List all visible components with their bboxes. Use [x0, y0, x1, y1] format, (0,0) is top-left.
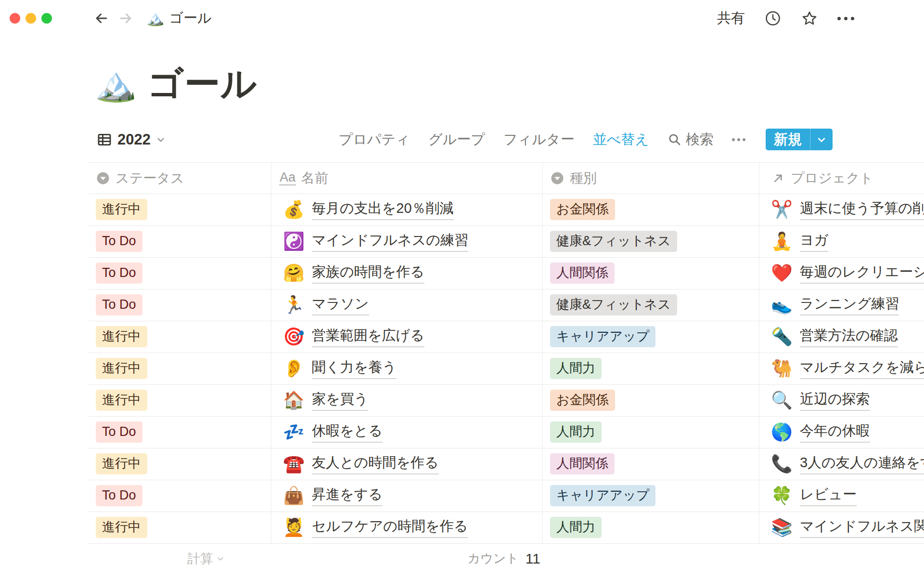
name-cell[interactable]: 🎯 営業範囲を広げる — [271, 321, 542, 353]
status-cell[interactable]: To Do — [89, 417, 271, 448]
updates-clock-icon[interactable] — [764, 10, 782, 27]
project-cell[interactable]: ❤️ 毎週のレクリエーション — [759, 258, 924, 289]
column-header-status[interactable]: ステータス — [89, 163, 271, 194]
more-options-icon[interactable] — [837, 17, 854, 20]
type-cell[interactable]: キャリアアップ — [542, 480, 759, 512]
status-cell[interactable]: 進行中 — [89, 353, 271, 384]
status-badge[interactable]: 進行中 — [96, 390, 147, 411]
share-button[interactable]: 共有 — [717, 9, 745, 28]
column-header-type[interactable]: 種別 — [542, 163, 759, 194]
table-row[interactable]: To Do 🤗 家族の時間を作る 人間関係 ❤️ 毎週のレクリエーション — [89, 258, 924, 289]
new-entry-chevron-icon[interactable] — [810, 129, 833, 150]
type-badge[interactable]: 健康&フィットネス — [550, 294, 677, 315]
table-row[interactable]: 進行中 🏠 家を買う お金関係 🔍 近辺の探索 — [89, 385, 924, 417]
name-cell[interactable]: 👜 昇進をする — [271, 480, 542, 512]
type-badge[interactable]: 人間力 — [550, 358, 602, 379]
project-page-link[interactable]: マルチタスクを減らす — [800, 358, 924, 379]
status-badge[interactable]: 進行中 — [96, 199, 147, 220]
project-page-link[interactable]: ランニング練習 — [800, 294, 899, 315]
name-cell[interactable]: 💆 セルフケアの時間を作る — [271, 512, 542, 543]
name-page-link[interactable]: マインドフルネスの練習 — [312, 231, 468, 252]
name-page-link[interactable]: 営業範囲を広げる — [312, 326, 424, 347]
table-row[interactable]: To Do 🏃 マラソン 健康&フィットネス 👟 ランニング練習 — [89, 289, 924, 321]
new-entry-button[interactable]: 新規 — [766, 129, 833, 150]
status-cell[interactable]: To Do — [89, 258, 271, 289]
name-page-link[interactable]: 毎月の支出を20％削減 — [312, 199, 454, 220]
type-cell[interactable]: 人間力 — [542, 512, 759, 543]
status-badge[interactable]: 進行中 — [96, 517, 147, 538]
type-badge[interactable]: 健康&フィットネス — [550, 231, 677, 252]
name-cell[interactable]: 💰 毎月の支出を20％削減 — [271, 194, 542, 225]
name-page-link[interactable]: 家を買う — [312, 390, 368, 411]
view-more-icon[interactable] — [732, 138, 745, 141]
type-cell[interactable]: キャリアアップ — [542, 321, 759, 353]
project-cell[interactable]: 🧘 ヨガ — [759, 226, 924, 257]
zoom-window-button[interactable] — [41, 13, 52, 24]
type-cell[interactable]: お金関係 — [542, 385, 759, 416]
filter-menu-item[interactable]: フィルター — [503, 130, 575, 149]
project-cell[interactable]: 👟 ランニング練習 — [759, 289, 924, 321]
status-cell[interactable]: 進行中 — [89, 448, 271, 480]
name-cell[interactable]: ☎️ 友人との時間を作る — [271, 448, 542, 480]
name-cell[interactable]: ☯️ マインドフルネスの練習 — [271, 226, 542, 257]
status-badge[interactable]: To Do — [96, 294, 142, 315]
status-badge[interactable]: 進行中 — [96, 453, 147, 474]
type-badge[interactable]: キャリアアップ — [550, 326, 655, 347]
status-cell[interactable]: 進行中 — [89, 512, 271, 543]
name-cell[interactable]: 🏃 マラソン — [271, 289, 542, 321]
type-cell[interactable]: 人間力 — [542, 353, 759, 384]
properties-menu-item[interactable]: プロパティ — [338, 130, 410, 149]
status-cell[interactable]: 進行中 — [89, 321, 271, 353]
sidebar-toggle-icon[interactable] — [65, 13, 81, 24]
view-switcher[interactable]: 2022 — [96, 131, 166, 148]
status-badge[interactable]: To Do — [96, 263, 142, 284]
type-badge[interactable]: 人間力 — [550, 421, 602, 443]
back-arrow-icon[interactable] — [93, 10, 110, 26]
project-cell[interactable]: 📞 3人の友人の連絡をする — [759, 448, 924, 480]
type-cell[interactable]: 健康&フィットネス — [542, 226, 759, 257]
project-cell[interactable]: 📚 マインドフルネス関連 — [759, 512, 924, 543]
group-menu-item[interactable]: グループ — [428, 130, 485, 149]
project-page-link[interactable]: 毎週のレクリエーション — [800, 263, 924, 284]
status-cell[interactable]: 進行中 — [89, 385, 271, 416]
name-cell[interactable]: 💤 休暇をとる — [271, 417, 542, 448]
type-badge[interactable]: キャリアアップ — [550, 485, 655, 506]
calculate-button[interactable]: 計算 — [89, 544, 271, 574]
type-cell[interactable]: 健康&フィットネス — [542, 289, 759, 321]
search-button[interactable]: 検索 — [667, 130, 714, 149]
project-cell[interactable]: 🔍 近辺の探索 — [759, 385, 924, 416]
forward-arrow-icon[interactable] — [117, 10, 134, 26]
table-row[interactable]: 進行中 💰 毎月の支出を20％削減 お金関係 ✂️ 週末に使う予算の削減 — [89, 194, 924, 226]
project-page-link[interactable]: 3人の友人の連絡をする — [800, 453, 924, 474]
name-cell[interactable]: 👂 聞く力を養う — [271, 353, 542, 384]
sort-menu-item[interactable]: 並べ替え — [593, 130, 649, 149]
project-cell[interactable]: 🔦 営業方法の確認 — [759, 321, 924, 353]
name-page-link[interactable]: 聞く力を養う — [312, 358, 397, 379]
type-badge[interactable]: お金関係 — [550, 390, 615, 411]
type-badge[interactable]: お金関係 — [550, 199, 615, 220]
status-cell[interactable]: To Do — [89, 226, 271, 257]
project-cell[interactable]: 🍀 レビュー — [759, 480, 924, 512]
name-page-link[interactable]: 休暇をとる — [312, 421, 383, 443]
column-header-name[interactable]: Aa 名前 — [271, 163, 542, 194]
type-cell[interactable]: 人間力 — [542, 417, 759, 448]
type-cell[interactable]: お金関係 — [542, 194, 759, 225]
project-page-link[interactable]: 週末に使う予算の削減 — [800, 199, 924, 220]
project-cell[interactable]: 🐫 マルチタスクを減らす — [759, 353, 924, 384]
name-page-link[interactable]: マラソン — [312, 294, 369, 315]
status-badge[interactable]: To Do — [96, 421, 142, 443]
status-cell[interactable]: 進行中 — [89, 194, 271, 225]
type-badge[interactable]: 人間力 — [550, 517, 602, 538]
page-emoji-icon[interactable]: 🏔️ — [95, 67, 137, 101]
project-page-link[interactable]: 近辺の探索 — [800, 390, 870, 411]
status-badge[interactable]: To Do — [96, 231, 142, 252]
column-header-project[interactable]: プロジェクト — [759, 163, 924, 194]
name-cell[interactable]: 🤗 家族の時間を作る — [271, 258, 542, 289]
status-badge[interactable]: 進行中 — [96, 358, 147, 379]
status-cell[interactable]: To Do — [89, 289, 271, 321]
status-cell[interactable]: To Do — [89, 480, 271, 512]
favorite-star-icon[interactable] — [801, 10, 818, 27]
table-row[interactable]: 進行中 🎯 営業範囲を広げる キャリアアップ 🔦 営業方法の確認 — [89, 321, 924, 353]
table-row[interactable]: To Do 👜 昇進をする キャリアアップ 🍀 レビュー — [89, 480, 924, 512]
status-badge[interactable]: To Do — [96, 485, 142, 506]
